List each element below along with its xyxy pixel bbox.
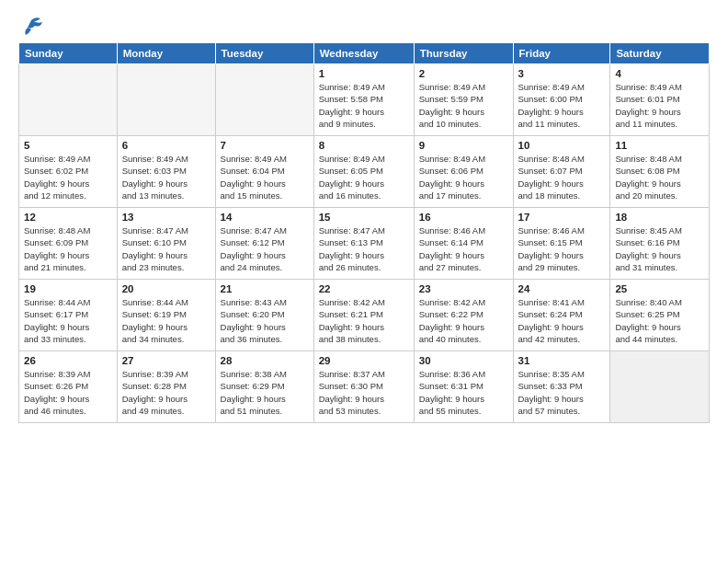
- calendar-cell: 14Sunrise: 8:47 AM Sunset: 6:12 PM Dayli…: [215, 208, 313, 280]
- day-number: 22: [319, 283, 409, 294]
- calendar-cell: [215, 64, 313, 136]
- calendar-cell: 9Sunrise: 8:49 AM Sunset: 6:06 PM Daylig…: [414, 136, 513, 208]
- day-number: 26: [24, 355, 112, 366]
- day-number: 9: [419, 140, 508, 151]
- day-number: 3: [518, 68, 606, 79]
- day-info: Sunrise: 8:49 AM Sunset: 6:06 PM Dayligh…: [419, 153, 508, 201]
- calendar-header-tuesday: Tuesday: [215, 43, 313, 64]
- day-number: 6: [122, 140, 210, 151]
- calendar-header-friday: Friday: [513, 43, 610, 64]
- calendar-header-sunday: Sunday: [19, 43, 118, 64]
- calendar-week-2: 5Sunrise: 8:49 AM Sunset: 6:02 PM Daylig…: [19, 136, 710, 208]
- calendar-header-wednesday: Wednesday: [313, 43, 414, 64]
- calendar-cell: 8Sunrise: 8:49 AM Sunset: 6:05 PM Daylig…: [313, 136, 414, 208]
- calendar-cell: 15Sunrise: 8:47 AM Sunset: 6:13 PM Dayli…: [313, 208, 414, 280]
- day-info: Sunrise: 8:40 AM Sunset: 6:25 PM Dayligh…: [615, 296, 704, 345]
- day-info: Sunrise: 8:37 AM Sunset: 6:30 PM Dayligh…: [319, 368, 409, 417]
- day-info: Sunrise: 8:44 AM Sunset: 6:17 PM Dayligh…: [24, 296, 112, 345]
- calendar-cell: 23Sunrise: 8:42 AM Sunset: 6:22 PM Dayli…: [414, 280, 513, 351]
- day-number: 2: [419, 68, 508, 79]
- calendar-cell: 2Sunrise: 8:49 AM Sunset: 5:59 PM Daylig…: [414, 64, 513, 136]
- day-number: 29: [319, 355, 409, 366]
- calendar-week-1: 1Sunrise: 8:49 AM Sunset: 5:58 PM Daylig…: [19, 64, 710, 136]
- day-info: Sunrise: 8:36 AM Sunset: 6:31 PM Dayligh…: [419, 368, 508, 417]
- day-info: Sunrise: 8:49 AM Sunset: 5:58 PM Dayligh…: [319, 81, 409, 130]
- calendar-cell: 24Sunrise: 8:41 AM Sunset: 6:24 PM Dayli…: [513, 280, 610, 351]
- day-number: 16: [419, 212, 508, 223]
- calendar-header-monday: Monday: [117, 43, 215, 64]
- calendar-cell: 12Sunrise: 8:48 AM Sunset: 6:09 PM Dayli…: [19, 208, 118, 280]
- calendar-cell: 19Sunrise: 8:44 AM Sunset: 6:17 PM Dayli…: [19, 280, 118, 351]
- calendar-header-thursday: Thursday: [414, 43, 513, 64]
- day-number: 19: [24, 283, 112, 294]
- day-number: 7: [221, 140, 309, 151]
- day-info: Sunrise: 8:47 AM Sunset: 6:10 PM Dayligh…: [122, 224, 210, 273]
- calendar-cell: 28Sunrise: 8:38 AM Sunset: 6:29 PM Dayli…: [215, 351, 313, 423]
- calendar-table: SundayMondayTuesdayWednesdayThursdayFrid…: [18, 42, 710, 423]
- calendar-cell: [117, 64, 215, 136]
- calendar-header-saturday: Saturday: [610, 43, 710, 64]
- page: SundayMondayTuesdayWednesdayThursdayFrid…: [0, 0, 728, 563]
- day-number: 15: [319, 212, 409, 223]
- day-number: 28: [221, 355, 309, 366]
- day-info: Sunrise: 8:48 AM Sunset: 6:07 PM Dayligh…: [518, 153, 606, 201]
- day-info: Sunrise: 8:49 AM Sunset: 6:00 PM Dayligh…: [518, 81, 606, 130]
- day-number: 1: [319, 68, 409, 79]
- day-info: Sunrise: 8:46 AM Sunset: 6:14 PM Dayligh…: [419, 224, 508, 273]
- day-info: Sunrise: 8:43 AM Sunset: 6:20 PM Dayligh…: [221, 296, 309, 345]
- day-number: 4: [615, 68, 704, 79]
- calendar-cell: 30Sunrise: 8:36 AM Sunset: 6:31 PM Dayli…: [414, 351, 513, 423]
- calendar-cell: [610, 351, 710, 423]
- calendar-cell: 16Sunrise: 8:46 AM Sunset: 6:14 PM Dayli…: [414, 208, 513, 280]
- day-number: 30: [419, 355, 508, 366]
- calendar-cell: 10Sunrise: 8:48 AM Sunset: 6:07 PM Dayli…: [513, 136, 610, 208]
- day-number: 11: [615, 140, 704, 151]
- calendar-cell: 21Sunrise: 8:43 AM Sunset: 6:20 PM Dayli…: [215, 280, 313, 351]
- day-info: Sunrise: 8:45 AM Sunset: 6:16 PM Dayligh…: [615, 224, 704, 273]
- calendar-cell: [19, 64, 118, 136]
- day-number: 23: [419, 283, 508, 294]
- calendar-cell: 31Sunrise: 8:35 AM Sunset: 6:33 PM Dayli…: [513, 351, 610, 423]
- calendar-cell: 3Sunrise: 8:49 AM Sunset: 6:00 PM Daylig…: [513, 64, 610, 136]
- calendar-cell: 18Sunrise: 8:45 AM Sunset: 6:16 PM Dayli…: [610, 208, 710, 280]
- calendar-cell: 11Sunrise: 8:48 AM Sunset: 6:08 PM Dayli…: [610, 136, 710, 208]
- day-info: Sunrise: 8:47 AM Sunset: 6:13 PM Dayligh…: [319, 224, 409, 273]
- day-number: 14: [221, 212, 309, 223]
- day-info: Sunrise: 8:49 AM Sunset: 5:59 PM Dayligh…: [419, 81, 508, 130]
- day-info: Sunrise: 8:39 AM Sunset: 6:28 PM Dayligh…: [122, 368, 210, 417]
- calendar-header-row: SundayMondayTuesdayWednesdayThursdayFrid…: [19, 43, 710, 64]
- calendar-week-5: 26Sunrise: 8:39 AM Sunset: 6:26 PM Dayli…: [19, 351, 710, 423]
- day-info: Sunrise: 8:38 AM Sunset: 6:29 PM Dayligh…: [221, 368, 309, 417]
- day-number: 18: [615, 212, 704, 223]
- calendar-week-4: 19Sunrise: 8:44 AM Sunset: 6:17 PM Dayli…: [19, 280, 710, 351]
- calendar-cell: 17Sunrise: 8:46 AM Sunset: 6:15 PM Dayli…: [513, 208, 610, 280]
- calendar-cell: 6Sunrise: 8:49 AM Sunset: 6:03 PM Daylig…: [117, 136, 215, 208]
- day-number: 20: [122, 283, 210, 294]
- calendar-cell: 5Sunrise: 8:49 AM Sunset: 6:02 PM Daylig…: [19, 136, 118, 208]
- calendar-cell: 13Sunrise: 8:47 AM Sunset: 6:10 PM Dayli…: [117, 208, 215, 280]
- day-number: 31: [518, 355, 606, 366]
- day-number: 17: [518, 212, 606, 223]
- day-info: Sunrise: 8:49 AM Sunset: 6:02 PM Dayligh…: [24, 153, 112, 201]
- day-info: Sunrise: 8:48 AM Sunset: 6:09 PM Dayligh…: [24, 224, 112, 273]
- day-number: 21: [221, 283, 309, 294]
- day-info: Sunrise: 8:46 AM Sunset: 6:15 PM Dayligh…: [518, 224, 606, 273]
- calendar-cell: 26Sunrise: 8:39 AM Sunset: 6:26 PM Dayli…: [19, 351, 118, 423]
- day-info: Sunrise: 8:39 AM Sunset: 6:26 PM Dayligh…: [24, 368, 112, 417]
- day-number: 10: [518, 140, 606, 151]
- day-number: 24: [518, 283, 606, 294]
- day-info: Sunrise: 8:35 AM Sunset: 6:33 PM Dayligh…: [518, 368, 606, 417]
- day-number: 12: [24, 212, 112, 223]
- header: [18, 17, 710, 37]
- logo-icon: [18, 17, 44, 37]
- calendar-cell: 27Sunrise: 8:39 AM Sunset: 6:28 PM Dayli…: [117, 351, 215, 423]
- day-number: 8: [319, 140, 409, 151]
- calendar-cell: 29Sunrise: 8:37 AM Sunset: 6:30 PM Dayli…: [313, 351, 414, 423]
- day-info: Sunrise: 8:49 AM Sunset: 6:01 PM Dayligh…: [615, 81, 704, 130]
- day-number: 27: [122, 355, 210, 366]
- day-number: 25: [615, 283, 704, 294]
- logo: [18, 17, 46, 37]
- day-info: Sunrise: 8:41 AM Sunset: 6:24 PM Dayligh…: [518, 296, 606, 345]
- calendar-cell: 4Sunrise: 8:49 AM Sunset: 6:01 PM Daylig…: [610, 64, 710, 136]
- day-info: Sunrise: 8:42 AM Sunset: 6:21 PM Dayligh…: [319, 296, 409, 345]
